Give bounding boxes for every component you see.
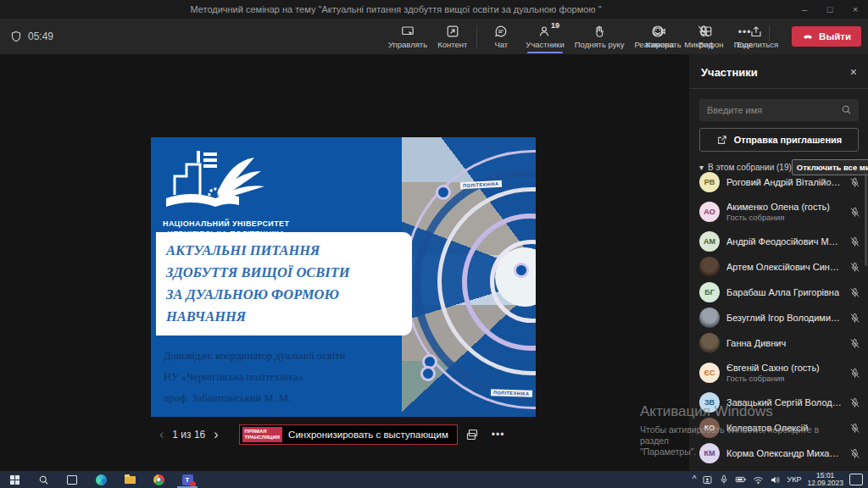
shield-icon — [10, 30, 22, 42]
start-button[interactable] — [0, 471, 29, 488]
participant-name: Артем Олексійович Синиця — [726, 262, 843, 272]
mic-muted-icon[interactable] — [849, 236, 860, 247]
mic-muted-icon[interactable] — [849, 207, 860, 218]
participant-row[interactable]: АМ Андрій Феодосійович Мазур — [689, 229, 868, 254]
toolbar-item-chat[interactable]: Чат — [481, 19, 520, 54]
system-tray: ^ УКР 15:01 12.09.2023 — [693, 471, 868, 488]
participant-row[interactable]: КМ Корма Олександр Михайлович — [689, 441, 868, 466]
close-button[interactable]: × — [843, 0, 868, 19]
file-explorer-icon — [125, 476, 136, 484]
slide-overview-button[interactable] — [458, 428, 487, 441]
toolbar-item-label: Поделиться — [734, 40, 778, 49]
panel-close-icon[interactable]: × — [850, 65, 857, 79]
chrome-button[interactable] — [144, 471, 173, 488]
mic-muted-icon[interactable] — [849, 338, 860, 349]
participant-name: Євгеній Сахно (гость) — [726, 363, 843, 373]
participant-subtitle: Гость собрания — [726, 213, 843, 222]
mic-muted-icon[interactable] — [849, 448, 860, 459]
sync-label: Синхронизировать с выступающим — [288, 430, 448, 440]
leave-button[interactable]: Выйти — [792, 26, 861, 47]
invite-label: Отправка приглашения — [734, 135, 843, 145]
mic-muted-icon[interactable] — [849, 423, 860, 434]
send-invite-button[interactable]: Отправка приглашения — [699, 128, 859, 152]
building-sign-2: ПОЛІТЕХНІКА — [491, 389, 532, 397]
presentation-more-button[interactable]: ••• — [487, 429, 510, 441]
participant-name: Ганна Дивнич — [726, 338, 843, 348]
teams-button[interactable] — [173, 471, 202, 488]
participant-subtitle: Гость собрания — [726, 374, 843, 383]
participant-row[interactable]: ЄС Євгеній Сахно (гость) Гость собрания — [689, 356, 868, 390]
panel-scrollbar[interactable] — [865, 173, 867, 266]
toolbar-item-mic[interactable]: Микрофон — [679, 19, 728, 54]
share-screen-icon — [749, 24, 763, 38]
participant-row[interactable]: АО Акименко Олена (гость) Гость собрания — [689, 195, 868, 229]
participant-avatar — [699, 257, 720, 277]
mic-muted-icon[interactable] — [849, 313, 860, 324]
participant-row[interactable]: КО Колеватов Олексій — [689, 415, 868, 441]
participant-row[interactable]: Безуглий Ігор Володимирович — [689, 305, 868, 330]
toolbar-right-group: КамераМикрофонПоделиться Выйти — [640, 19, 861, 54]
taskbar-search-button[interactable] — [29, 471, 58, 488]
raise-hand-icon — [593, 24, 606, 38]
minimize-button[interactable]: – — [792, 0, 817, 19]
timer-value: 05:49 — [28, 30, 53, 42]
toolbar-item-share[interactable]: Поделиться — [729, 19, 783, 54]
language-indicator[interactable]: УКР — [787, 475, 801, 484]
participant-avatar: РВ — [699, 172, 720, 192]
leave-label: Выйти — [819, 31, 851, 42]
tray-expand-button[interactable]: ^ — [693, 474, 697, 484]
tray-app-icon[interactable] — [702, 474, 713, 485]
mic-muted-icon[interactable] — [849, 368, 860, 379]
camera-icon — [653, 24, 666, 38]
toolbar-item-label: Камера — [646, 40, 674, 49]
previous-slide-button[interactable]: ‹ — [151, 427, 172, 442]
task-view-button[interactable] — [58, 471, 86, 488]
mic-muted-icon[interactable] — [849, 397, 860, 408]
tray-wifi-icon[interactable] — [753, 474, 764, 485]
presentation-controls: ‹ 1 из 16 › ПРЯМАЯ ТРАНСЛЯЦИЯ Синхронизи… — [151, 422, 509, 447]
participant-avatar: ЗВ — [699, 392, 720, 413]
participant-name: Корма Олександр Михайлович — [726, 448, 843, 458]
slide-title: АКТУАЛЬНІ ПИТАННЯ ЗДОБУТТЯ ВИЩОЇ ОСВІТИ … — [156, 232, 412, 336]
invite-share-icon — [716, 134, 728, 146]
participant-row[interactable]: Артем Олексійович Синиця — [689, 254, 868, 280]
edge-button[interactable] — [86, 471, 115, 488]
toolbar-item-raise-hand[interactable]: Поднять руку — [570, 19, 630, 54]
slide-page-indicator: 1 из 16 — [172, 429, 205, 441]
tray-mic-icon[interactable] — [719, 474, 729, 485]
toolbar-item-control[interactable]: Управлять — [383, 19, 432, 54]
participant-name: Акименко Олена (гость) — [726, 202, 843, 212]
participant-avatar: БГ — [699, 282, 720, 302]
teams-icon — [182, 474, 193, 485]
taskbar-search-icon — [38, 474, 49, 485]
search-input[interactable] — [699, 99, 859, 121]
tray-volume-icon[interactable] — [770, 474, 781, 485]
maximize-button[interactable]: □ — [817, 0, 843, 19]
toolbar-item-camera[interactable]: Камера — [640, 19, 679, 54]
mic-muted-icon[interactable] — [849, 287, 860, 298]
participant-row[interactable]: ЗВ Завацький Сергій Володимиро... — [689, 390, 868, 415]
toolbar-item-label: Контент — [437, 40, 467, 49]
participant-name: Колеватов Олексій — [726, 423, 843, 433]
sync-to-presenter-button[interactable]: ПРЯМАЯ ТРАНСЛЯЦИЯ Синхронизировать с выс… — [239, 424, 458, 445]
action-center-icon[interactable] — [849, 474, 863, 485]
task-view-icon — [67, 475, 77, 485]
live-stream-badge: ПРЯМАЯ ТРАНСЛЯЦИЯ — [242, 427, 283, 442]
participant-name: Безуглий Ігор Володимирович — [726, 313, 843, 323]
participant-row[interactable]: РВ Роговий Андрій Віталійович — [689, 169, 868, 195]
clock[interactable]: 15:01 12.09.2023 — [807, 472, 843, 488]
participant-row[interactable]: БГ Барабаш Алла Григорівна — [689, 280, 868, 305]
phone-down-icon — [802, 30, 814, 42]
meeting-timer: 05:49 — [10, 19, 53, 54]
next-slide-button[interactable]: › — [205, 427, 226, 442]
mic-muted-icon[interactable] — [849, 262, 860, 273]
slide-speaker-info: Доповідач: координатор дуальної освіти Н… — [164, 346, 346, 409]
file-explorer-button[interactable] — [115, 471, 144, 488]
participant-row[interactable]: Ганна Дивнич — [689, 330, 868, 356]
toolbar-item-participants[interactable]: 19Участники — [520, 19, 569, 54]
toolbar-item-content[interactable]: Контент — [432, 19, 472, 54]
participant-search[interactable] — [699, 99, 859, 121]
mic-muted-icon[interactable] — [849, 177, 860, 188]
meeting-toolbar: 05:49 УправлятьКонтентЧат19УчастникиПодн… — [0, 19, 868, 55]
tray-battery-icon[interactable] — [735, 474, 747, 485]
